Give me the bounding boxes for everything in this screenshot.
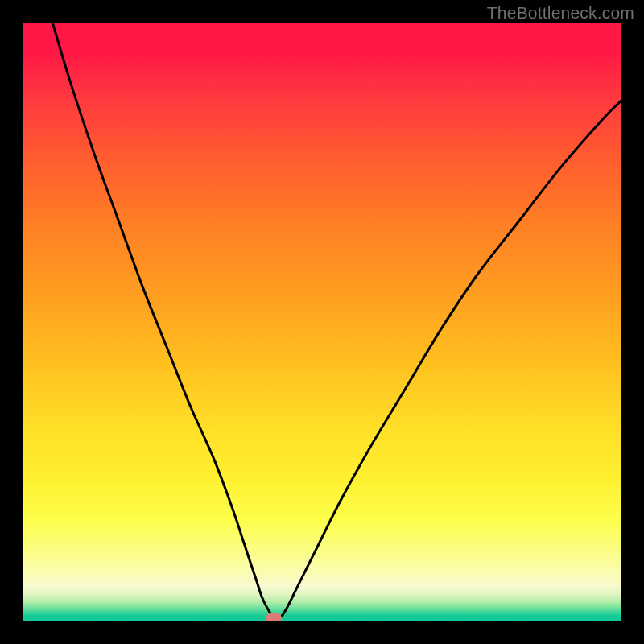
- bottleneck-curve: [23, 23, 621, 621]
- watermark-text: TheBottleneck.com: [487, 3, 634, 23]
- outer-frame: TheBottleneck.com: [0, 0, 644, 644]
- plot-area: [23, 23, 621, 621]
- optimum-marker: [266, 613, 282, 621]
